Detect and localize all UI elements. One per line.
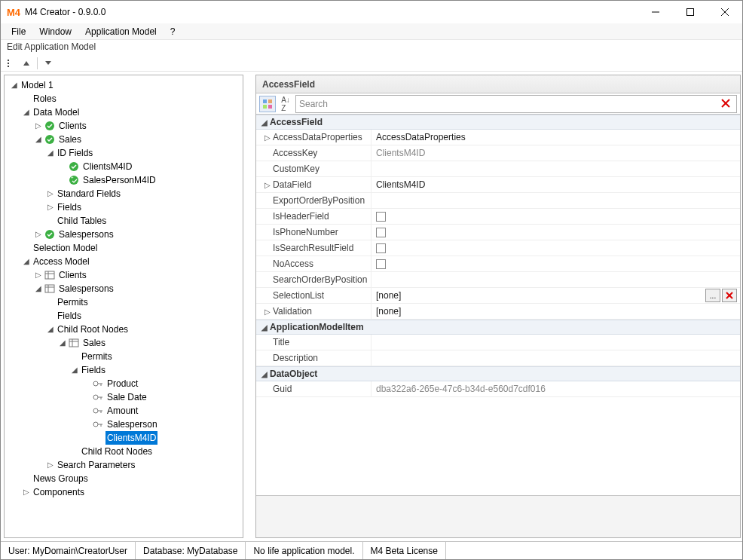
titlebar: M4 M4 Creator - 0.9.0.0 <box>1 1 742 23</box>
tree-node-model1[interactable]: ◢Model 1 <box>6 78 241 92</box>
minimize-button[interactable] <box>638 1 673 23</box>
property-search[interactable] <box>295 95 737 113</box>
document-tab[interactable]: Edit Application Model <box>1 40 742 55</box>
tree-node-amount[interactable]: Amount <box>6 404 241 418</box>
prop-validation[interactable]: ▷Validation[none] <box>256 304 740 320</box>
window-title: M4 Creator - 0.9.0.0 <box>25 7 638 17</box>
prop-access-key[interactable]: AccessKeyClientsM4ID <box>256 145 740 161</box>
key-icon <box>92 391 104 403</box>
minimize-icon <box>652 8 659 16</box>
prop-data-field[interactable]: ▷DataFieldClientsM4ID <box>256 177 740 193</box>
tree-node-access-clients[interactable]: ▷Clients <box>6 268 241 282</box>
prop-custom-key[interactable]: CustomKey <box>256 161 740 177</box>
tree-node-standard-fields[interactable]: ▷Standard Fields <box>6 187 241 200</box>
alphabetical-button[interactable]: A↓Z <box>277 96 294 112</box>
tree-node-roles[interactable]: Roles <box>6 92 241 106</box>
tree-node-clients-m4id[interactable]: ClientsM4ID <box>6 160 241 173</box>
menu-file[interactable]: File <box>5 25 32 38</box>
close-button[interactable] <box>708 1 742 23</box>
tree-node-product[interactable]: Product <box>6 377 241 390</box>
svg-marker-8 <box>45 61 51 65</box>
svg-point-6 <box>8 66 9 67</box>
status-database: Database: MyDatabase <box>136 542 246 559</box>
tree-node-clients-m4id-selected[interactable]: ClientsM4ID <box>6 431 241 445</box>
category-application-model-item[interactable]: ◢ApplicationModelItem <box>256 320 740 335</box>
prop-search-order[interactable]: SearchOrderByPosition <box>256 272 740 288</box>
checkbox-is-header[interactable] <box>376 212 386 222</box>
toolbar-menu-button[interactable] <box>4 56 19 71</box>
tree-node-selection-model[interactable]: Selection Model <box>6 241 241 255</box>
prop-no-access[interactable]: NoAccess <box>256 256 740 272</box>
tree-panel[interactable]: ◢Model 1 Roles ◢Data Model ▷Clients ◢Sal… <box>4 75 243 538</box>
tree-node-access-salespersons[interactable]: ◢Salespersons <box>6 282 241 295</box>
ellipsis-button[interactable]: ... <box>705 289 720 302</box>
maximize-button[interactable] <box>673 1 708 23</box>
key-icon <box>92 405 104 417</box>
toolbar-up-button[interactable] <box>19 56 34 71</box>
table-icon <box>44 283 56 295</box>
prop-access-data-properties[interactable]: ▷AccessDataPropertiesAccessDataPropertie… <box>256 130 740 145</box>
svg-rect-41 <box>263 105 267 109</box>
table-icon <box>68 337 80 349</box>
property-grid[interactable]: ◢AccessField ▷AccessDataPropertiesAccess… <box>256 115 740 495</box>
key-icon <box>92 378 104 390</box>
prop-title[interactable]: Title <box>256 335 740 350</box>
tree-node-salesperson[interactable]: Salesperson <box>6 418 241 431</box>
svg-point-4 <box>8 60 9 61</box>
status-life: No life application model. <box>246 542 362 559</box>
clear-search-button[interactable] <box>718 98 733 110</box>
property-toolbar: A↓Z <box>256 93 740 115</box>
status-bar: User: MyDomain\CreatorUser Database: MyD… <box>1 541 742 559</box>
chevron-down-icon <box>45 61 51 65</box>
prop-is-phone-number[interactable]: IsPhoneNumber <box>256 225 740 240</box>
property-search-input[interactable] <box>299 99 718 109</box>
svg-point-27 <box>93 395 98 399</box>
check-icon <box>44 120 56 132</box>
tree-node-access-model[interactable]: ◢Access Model <box>6 255 241 268</box>
prop-description[interactable]: Description <box>256 350 740 366</box>
tree-node-components[interactable]: ▷Components <box>6 485 241 499</box>
menu-help[interactable]: ? <box>164 25 182 38</box>
prop-is-search-result-field[interactable]: IsSearchResultField <box>256 240 740 256</box>
tree-node-sale-date[interactable]: Sale Date <box>6 390 241 404</box>
tree-node-salespersons[interactable]: ▷Salespersons <box>6 228 241 241</box>
tree-node-search-parameters[interactable]: ▷Search Parameters <box>6 458 241 472</box>
prop-is-header-field[interactable]: IsHeaderField <box>256 209 740 225</box>
tree-node-sales2[interactable]: ◢Sales <box>6 336 241 350</box>
tree-node-permits[interactable]: Permits <box>6 295 241 309</box>
checkbox-is-phone[interactable] <box>376 228 386 237</box>
menu-application-model[interactable]: Application Model <box>79 25 163 38</box>
prop-selection-list[interactable]: SelectionList [none] ... <box>256 288 740 304</box>
tree-node-child-root-nodes2[interactable]: Child Root Nodes <box>6 445 241 458</box>
prop-export-order[interactable]: ExportOrderByPosition <box>256 193 740 209</box>
status-license: M4 Beta License <box>363 542 446 559</box>
splitter[interactable] <box>248 75 251 538</box>
status-user: User: MyDomain\CreatorUser <box>1 542 136 559</box>
tree-node-clients[interactable]: ▷Clients <box>6 119 241 133</box>
close-icon <box>721 8 729 16</box>
category-access-field[interactable]: ◢AccessField <box>256 115 740 130</box>
tree-node-child-tables[interactable]: Child Tables <box>6 214 241 228</box>
tree-node-child-root-nodes[interactable]: ◢Child Root Nodes <box>6 323 241 336</box>
checkbox-is-search[interactable] <box>376 243 386 253</box>
categorized-button[interactable] <box>259 96 276 112</box>
tree-node-salesperson-m4id[interactable]: +SalesPersonM4ID <box>6 173 241 187</box>
tree-node-permits2[interactable]: Permits <box>6 350 241 363</box>
up-arrow-icon <box>23 60 30 67</box>
tree-node-news-groups[interactable]: News Groups <box>6 472 241 485</box>
tree-node-data-model[interactable]: ◢Data Model <box>6 106 241 119</box>
tree-node-fields3[interactable]: ◢Fields <box>6 363 241 377</box>
checkbox-no-access[interactable] <box>376 259 386 269</box>
menu-window[interactable]: Window <box>33 25 78 38</box>
svg-rect-42 <box>268 105 272 109</box>
svg-point-30 <box>93 409 98 413</box>
tree-node-fields2[interactable]: Fields <box>6 309 241 323</box>
clear-value-button[interactable] <box>722 289 737 302</box>
tree-node-fields[interactable]: ▷Fields <box>6 200 241 214</box>
category-data-object[interactable]: ◢DataObject <box>256 366 740 381</box>
model-tree[interactable]: ◢Model 1 Roles ◢Data Model ▷Clients ◢Sal… <box>5 75 243 502</box>
tree-node-id-fields[interactable]: ◢ID Fields <box>6 146 241 160</box>
prop-guid[interactable]: Guiddba322a6-265e-47c6-b34d-e560d7cdf016 <box>256 381 740 397</box>
tree-node-sales[interactable]: ◢Sales <box>6 133 241 146</box>
toolbar-dropdown-button[interactable] <box>41 56 56 71</box>
